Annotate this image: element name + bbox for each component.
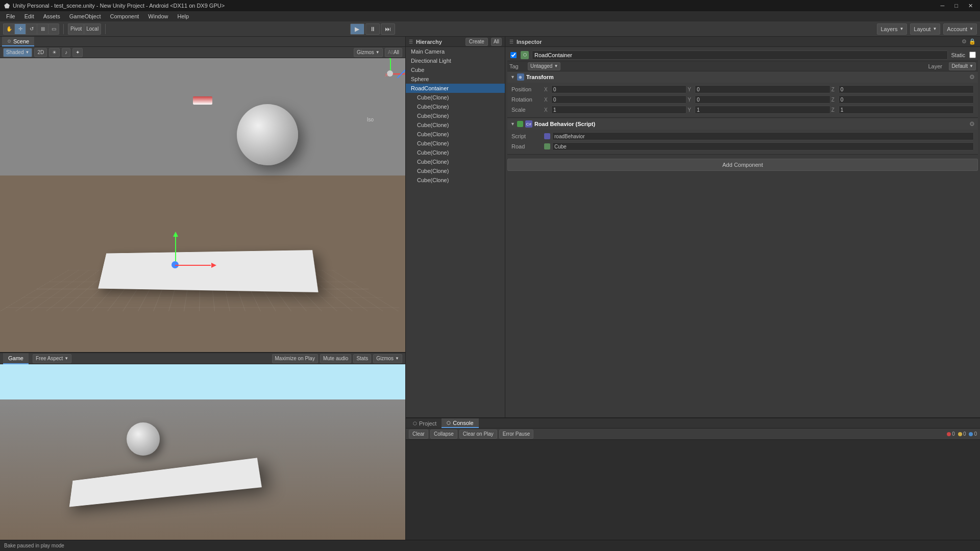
game-gizmos-dropdown[interactable]: Gizmos ▼	[373, 354, 402, 363]
account-dropdown[interactable]: Account ▼	[943, 23, 977, 35]
game-tab[interactable]: Game	[3, 353, 29, 364]
hierarchy-item[interactable]: Cube(Clone)	[406, 93, 505, 102]
layout-dropdown[interactable]: Layout ▼	[910, 23, 940, 35]
rot-z-input[interactable]	[839, 95, 974, 104]
menu-gameobject[interactable]: GameObject	[65, 12, 105, 20]
obj-name-input[interactable]	[532, 51, 948, 60]
road-behavior-settings-btn[interactable]: ⚙	[969, 120, 975, 128]
warn-dot	[958, 432, 962, 436]
hierarchy-item[interactable]: Cube(Clone)	[406, 111, 505, 120]
hierarchy-item[interactable]: Main Camera	[406, 47, 505, 56]
step-btn[interactable]: ⏭	[381, 23, 395, 35]
game-gizmos-arrow: ▼	[395, 356, 399, 361]
collapse-btn[interactable]: Collapse	[430, 430, 457, 439]
scene-platform	[98, 250, 318, 292]
road-ref-text[interactable]: Cube	[552, 142, 974, 151]
minimize-btn[interactable]: ─	[938, 3, 948, 9]
bottom-panel: ⬡ Project ⬡ Console Clear Collapse Clear…	[406, 417, 980, 540]
gizmos-arrow: ▼	[376, 50, 380, 55]
audio-btn[interactable]: ♪	[62, 48, 70, 57]
rotate-tool-btn[interactable]: ↺	[26, 23, 37, 35]
transform-component-header[interactable]: ▼ ⊕ Transform ⚙	[507, 71, 978, 83]
local-btn[interactable]: Local	[84, 23, 101, 35]
hierarchy-item[interactable]: RoadContainer	[406, 84, 505, 93]
scale-z-input[interactable]	[839, 106, 974, 114]
script-ref-icon	[544, 133, 550, 139]
scale-y-input[interactable]	[695, 106, 830, 114]
obj-active-toggle[interactable]	[510, 52, 517, 58]
hierarchy-item[interactable]: Directional Light	[406, 56, 505, 65]
inspector-settings-btn[interactable]: ⚙	[962, 38, 967, 45]
obj-enabled-checkbox[interactable]	[509, 51, 518, 59]
transform-body: Position X Y Z	[507, 83, 978, 117]
hierarchy-item[interactable]: Sphere	[406, 74, 505, 84]
hierarchy-item[interactable]: Cube	[406, 65, 505, 74]
clear-btn[interactable]: Clear	[409, 430, 428, 439]
project-tab[interactable]: ⬡ Project	[408, 418, 442, 428]
shaded-dropdown[interactable]: Shaded ▼	[3, 48, 32, 57]
rot-x-input[interactable]	[551, 95, 687, 104]
script-label: Script	[511, 133, 542, 139]
maximize-btn[interactable]: □	[951, 3, 961, 9]
menu-window[interactable]: Window	[144, 12, 172, 20]
hierarchy-item[interactable]: Cube(Clone)	[406, 166, 505, 176]
hierarchy-item[interactable]: Cube(Clone)	[406, 130, 505, 139]
transform-title: Transform	[526, 74, 554, 80]
cgizmo-x-label: X	[385, 72, 388, 78]
script-ref-text[interactable]: roadBehavior	[552, 132, 974, 140]
console-tab[interactable]: ⬡ Console	[442, 418, 478, 428]
layers-dropdown[interactable]: Layers ▼	[877, 23, 907, 35]
road-behavior-enabled[interactable]	[517, 121, 523, 127]
tag-dropdown[interactable]: Untagged ▼	[528, 62, 560, 70]
menu-file[interactable]: File	[2, 12, 19, 20]
lighting-btn[interactable]: ☀	[49, 48, 60, 57]
pos-y-input[interactable]	[695, 85, 830, 93]
rot-y-axis: Y	[688, 97, 694, 103]
play-btn[interactable]: ▶	[350, 23, 364, 35]
rot-y-input[interactable]	[695, 95, 830, 104]
scale-tool-btn[interactable]: ⊞	[37, 23, 48, 35]
inspector-title: Inspector	[517, 39, 542, 45]
hierarchy-all-btn[interactable]: All	[491, 38, 502, 46]
hierarchy-item[interactable]: Cube(Clone)	[406, 139, 505, 148]
clear-on-play-btn[interactable]: Clear on Play	[459, 430, 497, 439]
add-component-btn[interactable]: Add Component	[507, 159, 978, 171]
menu-assets[interactable]: Assets	[39, 12, 64, 20]
all-btn[interactable]: All All	[385, 48, 402, 57]
pos-x-input[interactable]	[551, 85, 687, 93]
road-behavior-header[interactable]: ▼ C# Road Behavior (Script) ⚙	[507, 118, 978, 130]
hierarchy-item[interactable]: Cube(Clone)	[406, 120, 505, 130]
mute-audio-btn[interactable]: Mute audio	[320, 354, 351, 363]
error-pause-btn[interactable]: Error Pause	[499, 430, 533, 439]
menu-help[interactable]: Help	[173, 12, 193, 20]
pos-z-input[interactable]	[839, 85, 974, 93]
fx-btn[interactable]: ✦	[72, 48, 83, 57]
menu-component[interactable]: Component	[106, 12, 143, 20]
hierarchy-create-btn[interactable]: Create	[465, 38, 488, 46]
scene-tab[interactable]: ⚙ Scene	[2, 37, 34, 46]
scale-x-input[interactable]	[551, 106, 687, 114]
static-checkbox[interactable]	[969, 52, 976, 58]
hierarchy-item[interactable]: Cube(Clone)	[406, 148, 505, 157]
move-tool-btn[interactable]: ✛	[14, 23, 26, 35]
maximize-on-play-btn[interactable]: Maximize on Play	[272, 354, 318, 363]
pivot-btn[interactable]: Pivot	[68, 23, 84, 35]
script-ref: roadBehavior	[544, 132, 974, 140]
rot-y-item: Y	[688, 95, 830, 104]
layer-dropdown[interactable]: Default ▼	[949, 62, 976, 70]
2d-btn[interactable]: 2D	[34, 48, 47, 57]
stats-btn[interactable]: Stats	[353, 354, 371, 363]
rect-tool-btn[interactable]: ▭	[48, 23, 59, 35]
free-aspect-dropdown[interactable]: Free Aspect ▼	[33, 354, 71, 363]
inspector-lock-btn[interactable]: 🔒	[969, 38, 976, 45]
hierarchy-item[interactable]: Cube(Clone)	[406, 157, 505, 166]
hierarchy-item[interactable]: Cube(Clone)	[406, 176, 505, 185]
hand-tool-btn[interactable]: ✋	[3, 23, 14, 35]
gizmo-x-arrow	[211, 263, 216, 268]
hierarchy-item[interactable]: Cube(Clone)	[406, 102, 505, 111]
gizmos-dropdown[interactable]: Gizmos ▼	[354, 48, 383, 57]
transform-settings-btn[interactable]: ⚙	[969, 73, 975, 81]
pause-btn[interactable]: ⏸	[365, 23, 380, 35]
menu-edit[interactable]: Edit	[20, 12, 38, 20]
close-btn[interactable]: ✕	[965, 3, 976, 9]
